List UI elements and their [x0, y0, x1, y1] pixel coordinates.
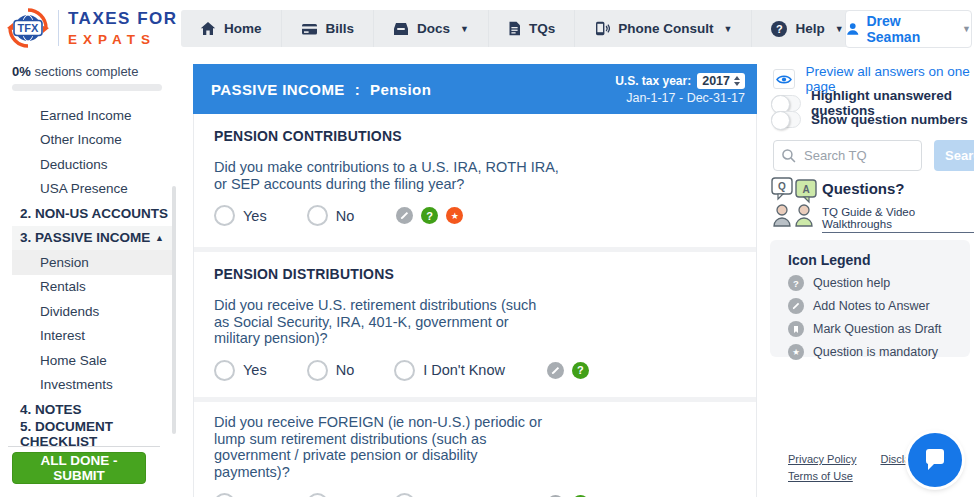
chat-bubble-icon	[922, 448, 948, 472]
breadcrumb-section: PASSIVE INCOME	[211, 81, 345, 98]
tax-year-selector[interactable]: 2017	[697, 73, 745, 89]
search-button[interactable]: Search	[934, 140, 974, 171]
radio-option-yes[interactable]: Yes	[214, 205, 267, 226]
tax-date-range: Jan-1-17 - Dec-31-17	[615, 91, 745, 105]
nav-tqs[interactable]: TQs	[489, 10, 575, 47]
radio-option-no[interactable]: No	[307, 493, 355, 497]
breadcrumb-separator: :	[355, 81, 360, 98]
svg-text:Q: Q	[778, 181, 786, 192]
mandatory-icon: ★	[446, 207, 463, 224]
radio-circle[interactable]	[214, 360, 235, 381]
radio-circle[interactable]	[394, 360, 415, 381]
radio-option-no[interactable]: No	[307, 360, 355, 381]
question-block-pension-distributions: PENSION DISTRIBUTIONS Did you receive U.…	[194, 252, 756, 397]
radio-option-yes[interactable]: Yes	[214, 493, 267, 497]
progress-percent: 0%	[12, 64, 31, 79]
add-notes-icon[interactable]	[547, 362, 564, 379]
toggle-label: Show question numbers	[811, 112, 968, 127]
legend-item-mandatory: ★ Question is mandatory	[788, 344, 970, 360]
radio-option-yes[interactable]: Yes	[214, 360, 267, 381]
chevron-up-icon: ▲	[155, 233, 164, 243]
radio-circle[interactable]	[214, 205, 235, 226]
sidebar-item-usa-presence[interactable]: USA Presence	[0, 177, 176, 202]
question-text: Did you make contributions to a U.S. IRA…	[214, 159, 736, 192]
sidebar-item-interest[interactable]: Interest	[0, 324, 176, 349]
legend-item-question-help: ? Question help	[788, 275, 970, 291]
chevron-down-icon: ▼	[835, 24, 844, 34]
user-icon	[846, 22, 860, 36]
sidebar-item-investments[interactable]: Investments	[0, 373, 176, 398]
sidebar-item-pension[interactable]: Pension	[12, 250, 176, 275]
questions-heading: Questions?	[822, 180, 905, 197]
chevron-down-icon: ▼	[723, 24, 732, 34]
questions-illustration: Q A	[771, 177, 821, 227]
breadcrumb: PASSIVE INCOME : Pension	[211, 81, 431, 98]
sidebar-item-other-income[interactable]: Other Income	[0, 128, 176, 153]
section-header: PASSIVE INCOME : Pension U.S. tax year: …	[193, 64, 757, 114]
home-icon	[200, 21, 216, 36]
privacy-policy-link[interactable]: Privacy Policy	[788, 451, 856, 468]
sidebar-item-label: 5. DOCUMENT CHECKLIST	[20, 419, 176, 449]
app-window: TFX TAXES FOR EXPATS Home Bills Docs ▼ T…	[0, 0, 974, 497]
radio-label: No	[336, 208, 355, 224]
nav-bills[interactable]: Bills	[282, 10, 375, 47]
sidebar-section-document-checklist[interactable]: 5. DOCUMENT CHECKLIST	[0, 422, 176, 447]
question-block-foreign-distributions: Did you receive FOREIGN (ie non-U.S.) pe…	[194, 402, 756, 497]
sidebar-item-label: Investments	[40, 377, 113, 392]
radio-label: Yes	[243, 208, 267, 224]
all-done-submit-button[interactable]: ALL DONE - SUBMIT	[12, 452, 146, 484]
user-menu[interactable]: Drew Seaman ▼	[845, 10, 972, 48]
question-section-heading: PENSION DISTRIBUTIONS	[214, 266, 736, 282]
progress-text: sections complete	[31, 64, 139, 79]
radio-option-dont-know[interactable]: I Don't Know	[394, 493, 505, 497]
question-help-icon[interactable]: ?	[421, 207, 438, 224]
nav-phone-consult[interactable]: Phone Consult ▼	[575, 10, 752, 47]
radio-circle[interactable]	[307, 360, 328, 381]
radio-circle[interactable]	[394, 493, 415, 497]
sidebar-item-earned-income[interactable]: Earned Income	[0, 103, 176, 128]
sidebar-item-deductions[interactable]: Deductions	[0, 152, 176, 177]
sidebar-item-label: Pension	[40, 255, 89, 270]
nav-home[interactable]: Home	[181, 10, 282, 47]
icon-legend-title: Icon Legend	[788, 252, 970, 268]
question-text: Did you receive U.S. retirement distribu…	[214, 297, 736, 347]
docs-icon	[393, 22, 409, 36]
svg-text:A: A	[802, 184, 809, 195]
radio-option-no[interactable]: No	[307, 205, 355, 226]
tax-year-label: U.S. tax year:	[615, 74, 691, 88]
tq-guide-link[interactable]: TQ Guide & Video Walkthroughs	[822, 206, 974, 233]
brand: TFX TAXES FOR EXPATS	[7, 6, 178, 50]
question-help-icon: ?	[788, 275, 804, 291]
sidebar-section-passive-income[interactable]: 3. PASSIVE INCOME▲	[12, 226, 176, 251]
question-text: Did you receive FOREIGN (ie non-U.S.) pe…	[214, 414, 736, 480]
search-input[interactable]	[773, 140, 922, 171]
sidebar-section-non-us-accounts[interactable]: 2. NON-US ACCOUNTS	[0, 201, 176, 226]
bills-icon	[301, 22, 318, 36]
nav-label: Home	[224, 21, 262, 36]
sidebar-scrollbar[interactable]	[172, 186, 176, 434]
chevron-down-icon: ▼	[460, 24, 469, 34]
icon-legend: Icon Legend ? Question help Add Notes to…	[770, 240, 970, 357]
nav-docs[interactable]: Docs ▼	[374, 10, 489, 47]
add-notes-icon[interactable]	[396, 207, 413, 224]
sidebar-item-label: 2. NON-US ACCOUNTS	[20, 206, 168, 221]
radio-circle[interactable]	[307, 493, 328, 497]
tfx-logo-icon: TFX	[7, 6, 49, 50]
sidebar-item-dividends[interactable]: Dividends	[0, 299, 176, 324]
user-name: Drew Seaman	[867, 13, 956, 45]
legend-item-mark-draft: Mark Question as Draft	[788, 321, 970, 337]
chat-button[interactable]	[908, 433, 962, 487]
show-question-numbers-row: Show question numbers	[771, 111, 968, 128]
show-question-numbers-toggle[interactable]	[771, 111, 801, 128]
question-help-icon[interactable]: ?	[572, 362, 589, 379]
sidebar-sections: Earned Income Other Income Deductions US…	[0, 103, 176, 446]
radio-option-dont-know[interactable]: I Don't Know	[394, 360, 505, 381]
terms-of-use-link[interactable]: Terms of Use	[788, 470, 853, 482]
radio-circle[interactable]	[214, 493, 235, 497]
radio-circle[interactable]	[307, 205, 328, 226]
radio-label: No	[336, 362, 355, 378]
draft-bookmark-icon	[788, 321, 804, 337]
sidebar-item-rentals[interactable]: Rentals	[0, 275, 176, 300]
highlight-unanswered-toggle[interactable]	[771, 95, 801, 112]
sidebar-item-home-sale[interactable]: Home Sale	[0, 348, 176, 373]
